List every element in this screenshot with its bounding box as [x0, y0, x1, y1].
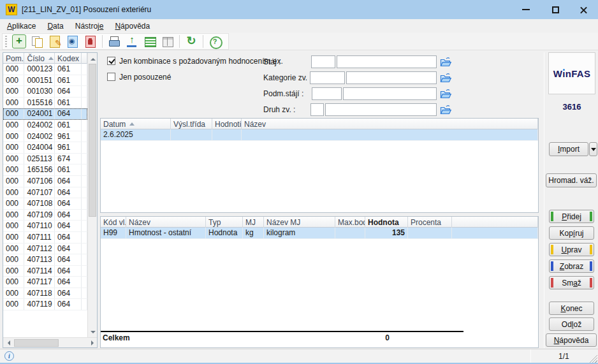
minimize-button[interactable]	[511, 0, 541, 19]
column-header[interactable]: Max.bodů	[335, 217, 365, 228]
table-row[interactable]: 000407111064	[3, 232, 87, 244]
table-row[interactable]: 000407114064	[3, 266, 87, 277]
close-button[interactable]	[569, 0, 598, 19]
only-assessed-checkbox[interactable]	[107, 73, 115, 81]
maximize-button[interactable]	[541, 0, 570, 19]
columns-icon[interactable]	[161, 34, 175, 48]
staj-code-input[interactable]	[311, 55, 335, 68]
kategorie-name-input[interactable]	[346, 71, 437, 84]
table-row[interactable]: 000407106064	[3, 176, 87, 187]
refresh-icon[interactable]	[184, 34, 198, 48]
import-dropdown-button[interactable]	[589, 142, 597, 156]
horizontal-scrollbar[interactable]	[3, 337, 97, 347]
import-button[interactable]: Import	[549, 142, 588, 156]
table-cell: 000	[3, 277, 24, 288]
vertical-scrollbar[interactable]	[87, 53, 97, 337]
staj-lookup-button[interactable]	[439, 56, 452, 69]
column-header[interactable]: MJ	[243, 217, 264, 228]
kategorie-lookup-button[interactable]	[439, 72, 452, 85]
info-icon[interactable]: i	[4, 351, 14, 361]
export-icon[interactable]	[125, 34, 139, 48]
scroll-down-button[interactable]	[88, 326, 98, 337]
table-row[interactable]: 000407119064	[3, 299, 87, 310]
help-button[interactable]: Nápověda	[546, 333, 597, 347]
table-row[interactable]: 000165156061	[3, 164, 87, 176]
staj-name-input[interactable]	[337, 55, 437, 68]
add-button[interactable]: Přidej	[549, 210, 594, 223]
table-row[interactable]: 000015516061	[3, 98, 87, 109]
druh-zv-code-input[interactable]	[310, 103, 324, 116]
bulk-weigh-button[interactable]: Hromad. váž.	[546, 173, 597, 187]
column-header[interactable]	[82, 53, 87, 64]
column-header[interactable]: Výsl.třída	[171, 119, 212, 129]
table-row[interactable]: 000024002961	[3, 131, 87, 143]
table-row[interactable]: 000001030064	[3, 86, 87, 98]
table-row[interactable]: 000407110064	[3, 221, 87, 232]
only-required-eval-checkbox[interactable]	[107, 57, 115, 65]
table-row[interactable]: 000407108064	[3, 198, 87, 210]
column-header[interactable]: Typ	[206, 217, 243, 228]
show-button[interactable]: Zobraz	[549, 259, 594, 273]
menu-item-nastroje[interactable]: Nástroje	[69, 20, 110, 32]
table-row[interactable]: 000024001064	[3, 108, 87, 120]
scroll-right-button[interactable]	[87, 338, 96, 348]
table-row[interactable]: 000407118064	[3, 288, 87, 300]
podm-staji-code-input[interactable]	[312, 87, 342, 100]
edit-button[interactable]: Uprav	[549, 243, 594, 256]
table-row[interactable]: 000407107064	[3, 187, 87, 199]
menu-item-data[interactable]: Data	[41, 20, 69, 32]
toolbar-gripper[interactable]	[5, 36, 7, 47]
table-cell: 000	[3, 221, 24, 231]
vertical-scrollbar-thumb[interactable]	[89, 64, 96, 217]
copy-button[interactable]: Kopíruj	[549, 226, 594, 240]
menu-item-aplikace[interactable]: Aplikace	[1, 20, 41, 32]
delete-button[interactable]: Smaž	[549, 276, 594, 289]
menu-item-napoveda[interactable]: Nápověda	[109, 20, 156, 32]
view-icon[interactable]	[66, 34, 80, 48]
podm-staji-lookup-button[interactable]	[439, 88, 452, 101]
column-header[interactable]: Kodex	[55, 53, 82, 64]
podm-staji-name-input[interactable]	[343, 87, 437, 100]
table-row[interactable]: 000407113064	[3, 254, 87, 266]
column-header[interactable]: Pom.č.	[3, 53, 24, 64]
column-header[interactable]	[452, 217, 538, 228]
list-icon[interactable]	[143, 34, 157, 48]
help-icon[interactable]	[208, 34, 222, 48]
column-header[interactable]: Název	[126, 217, 206, 228]
end-button[interactable]: Konec	[549, 302, 594, 315]
column-header[interactable]: Hodnotil	[212, 119, 242, 129]
print-icon[interactable]	[107, 34, 121, 48]
edit-icon[interactable]	[48, 34, 62, 48]
table-cell: 000	[3, 120, 24, 131]
druh-zv-name-input[interactable]	[325, 103, 437, 116]
column-header[interactable]: Název	[242, 119, 538, 129]
table-cell: 407109	[24, 210, 55, 221]
table-row[interactable]: 000407109064	[3, 210, 87, 221]
horizontal-scrollbar-thumb[interactable]	[14, 339, 59, 347]
defer-button[interactable]: Odlož	[549, 317, 594, 331]
column-header[interactable]: Hodnota	[365, 217, 408, 228]
copy-icon[interactable]	[30, 34, 44, 48]
table-row[interactable]: H99Hmotnost - ostatníHodnotakgkilogram13…	[101, 228, 538, 239]
kategorie-code-input[interactable]	[310, 71, 345, 84]
table-row[interactable]: 000407117064	[3, 277, 87, 288]
druh-zv-lookup-button[interactable]	[439, 104, 452, 117]
table-cell	[212, 129, 242, 140]
table-row[interactable]: 000407112064	[3, 244, 87, 255]
column-header[interactable]: Datum	[101, 119, 171, 129]
table-row[interactable]: 000024004961	[3, 142, 87, 154]
table-row[interactable]: 2.6.2025	[101, 129, 538, 141]
scroll-left-button[interactable]	[3, 338, 13, 348]
table-row[interactable]: 000025113674	[3, 154, 87, 165]
scroll-up-button[interactable]	[88, 53, 98, 63]
delete-icon[interactable]	[84, 34, 98, 48]
column-header[interactable]: Název MJ	[264, 217, 335, 228]
table-row[interactable]: 000000123061	[3, 64, 87, 75]
table-row[interactable]: 000024002061	[3, 120, 87, 131]
table-cell: 961	[55, 131, 82, 142]
column-header[interactable]: Kód vl.	[101, 217, 126, 228]
column-header[interactable]: Číslo	[24, 53, 55, 64]
column-header[interactable]: Procenta	[408, 217, 452, 228]
new-icon[interactable]	[12, 34, 26, 48]
table-row[interactable]: 000000151061	[3, 75, 87, 87]
